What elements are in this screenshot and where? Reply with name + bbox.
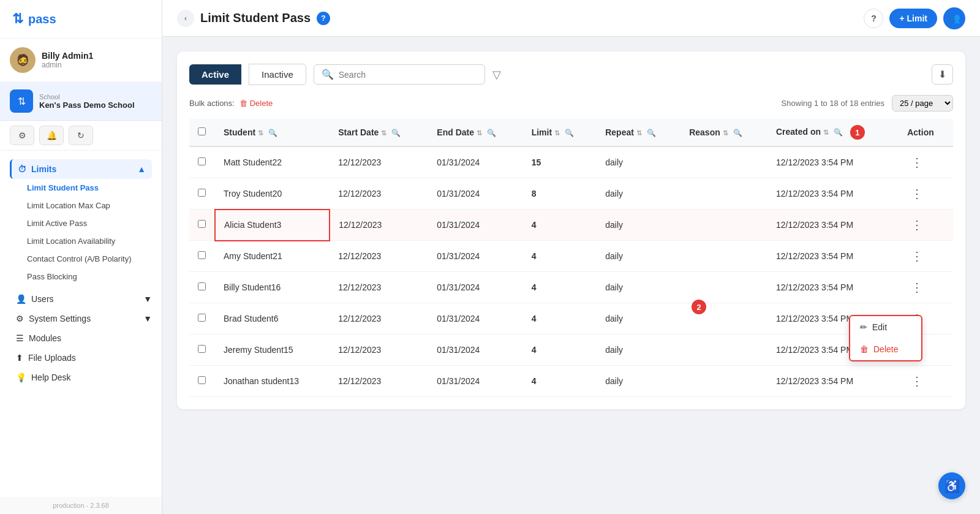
- filter-button[interactable]: ▽: [492, 68, 501, 81]
- topbar: ‹ Limit Student Pass ? ? + Limit 👥: [162, 0, 980, 37]
- sidebar-item-users[interactable]: 👤 Users ▼: [0, 289, 162, 309]
- reason-sort-icon[interactable]: ⇅: [723, 129, 728, 137]
- action-button-1[interactable]: ⋮: [907, 185, 927, 202]
- student-cell-7: Jonathan student13: [215, 366, 330, 397]
- accessibility-button[interactable]: ♿: [938, 472, 965, 499]
- reason-search-icon[interactable]: 🔍: [733, 129, 742, 137]
- limits-header[interactable]: ⏱ Limits ▲: [10, 159, 152, 179]
- system-settings-label: System Settings: [29, 314, 91, 323]
- end-date-sort-icon[interactable]: ⇅: [477, 129, 482, 137]
- sidebar-item-limit-location-max-cap[interactable]: Limit Location Max Cap: [10, 197, 152, 214]
- limit-cell-4: 4: [523, 272, 597, 303]
- system-settings-icon: ⚙: [16, 314, 24, 323]
- limit-sort-icon[interactable]: ⇅: [554, 129, 560, 137]
- limits-label: Limits: [31, 164, 56, 174]
- sidebar-item-limit-active-pass[interactable]: Limit Active Pass: [10, 214, 152, 232]
- row-checkbox-0[interactable]: [198, 157, 206, 165]
- table-row: Alicia Student3 12/12/2023 01/31/2024 4 …: [189, 210, 953, 241]
- sidebar-item-pass-blocking[interactable]: Pass Blocking: [10, 268, 152, 285]
- sidebar-item-help-desk[interactable]: 💡 Help Desk: [0, 368, 162, 387]
- select-all-checkbox[interactable]: [198, 127, 206, 135]
- trash-icon: 🗑: [860, 344, 869, 354]
- action-button-3[interactable]: ⋮: [907, 248, 927, 265]
- sidebar-item-modules[interactable]: ☰ Modules: [0, 328, 162, 348]
- title-help-icon[interactable]: ?: [317, 12, 330, 25]
- student-search-icon[interactable]: 🔍: [268, 129, 277, 137]
- col-end-date: End Date ⇅ 🔍: [428, 119, 522, 146]
- modules-label: Modules: [29, 333, 61, 343]
- student-cell-1: Troy Student20: [215, 178, 330, 210]
- search-box: 🔍: [314, 64, 485, 85]
- sidebar-item-limit-student-pass[interactable]: Limit Student Pass: [10, 179, 152, 197]
- action-cell-0: ⋮: [899, 146, 953, 178]
- end-date-cell-1: 01/31/2024: [428, 178, 522, 210]
- sidebar-item-file-uploads[interactable]: ⬆ File Uploads: [0, 348, 162, 368]
- row-checkbox-5[interactable]: [198, 314, 206, 322]
- start-date-search-icon[interactable]: 🔍: [391, 129, 401, 137]
- repeat-sort-icon[interactable]: ⇅: [636, 129, 642, 137]
- bulk-delete-button[interactable]: 🗑 Delete: [239, 99, 273, 108]
- end-date-cell-5: 01/31/2024: [428, 303, 522, 334]
- bulk-actions-label: Bulk actions:: [189, 99, 235, 108]
- edit-menu-item[interactable]: ✏ Edit: [850, 316, 921, 338]
- notifications-button[interactable]: 🔔: [39, 126, 64, 145]
- user-info: Billy Admin1 admin: [42, 51, 93, 69]
- avatar: 🧔: [10, 47, 36, 73]
- action-button-0[interactable]: ⋮: [907, 154, 927, 171]
- action-button-4[interactable]: ⋮: [907, 279, 927, 296]
- action-button-7[interactable]: ⋮: [907, 372, 927, 390]
- row-checkbox-4[interactable]: [198, 282, 206, 290]
- col-limit-label: Limit: [532, 127, 552, 137]
- col-limit: Limit ⇅ 🔍: [523, 119, 597, 146]
- sidebar-school[interactable]: ⇅ School Ken's Pass Demo School: [0, 82, 162, 121]
- created-on-sort-icon[interactable]: ⇅: [823, 129, 829, 136]
- student-sort-icon[interactable]: ⇅: [258, 129, 263, 137]
- col-created-on-label: Created on: [776, 127, 821, 137]
- row-checkbox-2[interactable]: [198, 220, 206, 228]
- logo-icon: ⇅: [12, 11, 23, 27]
- annotation-1: 1: [850, 125, 865, 140]
- per-page-select[interactable]: 25 / page 50 / page 100 / page: [892, 95, 953, 111]
- table-row: Billy Student16 12/12/2023 01/31/2024 4 …: [189, 272, 953, 303]
- refresh-button[interactable]: ↻: [69, 126, 93, 145]
- limit-search-icon[interactable]: 🔍: [565, 129, 574, 137]
- add-limit-button[interactable]: + Limit: [889, 9, 937, 28]
- row-checkbox-1[interactable]: [198, 189, 206, 197]
- download-button[interactable]: ⬇: [932, 64, 953, 85]
- search-input[interactable]: [339, 70, 477, 80]
- student-cell-3: Amy Student21: [215, 241, 330, 272]
- delete-menu-item[interactable]: 🗑 Delete: [850, 338, 921, 360]
- sidebar-item-system-settings[interactable]: ⚙ System Settings ▼: [0, 309, 162, 328]
- start-date-cell-5: 12/12/2023: [330, 303, 428, 334]
- end-date-cell-6: 01/31/2024: [428, 334, 522, 366]
- sidebar: ⇅ pass 🧔 Billy Admin1 admin ⇅ School Ken…: [0, 0, 162, 514]
- help-button[interactable]: ?: [864, 9, 883, 28]
- sidebar-item-limit-location-availability[interactable]: Limit Location Availability: [10, 232, 152, 250]
- collapse-sidebar-button[interactable]: ‹: [177, 10, 194, 27]
- action-button-2[interactable]: ⋮: [907, 216, 927, 233]
- school-label: School: [39, 93, 135, 100]
- created-on-search-icon[interactable]: 🔍: [834, 128, 843, 137]
- reason-cell-3: [680, 241, 767, 272]
- people-button[interactable]: 👥: [943, 7, 965, 29]
- end-date-search-icon[interactable]: 🔍: [487, 129, 496, 137]
- tab-active[interactable]: Active: [189, 64, 241, 85]
- repeat-cell-2: daily: [597, 210, 680, 241]
- table-row: Brad Student6 12/12/2023 01/31/2024 4 da…: [189, 303, 953, 334]
- row-checkbox-3[interactable]: [198, 251, 206, 259]
- settings-button[interactable]: ⚙: [10, 126, 34, 145]
- start-date-sort-icon[interactable]: ⇅: [381, 129, 386, 137]
- limit-cell-0: 15: [523, 146, 597, 178]
- end-date-cell-3: 01/31/2024: [428, 241, 522, 272]
- reason-cell-0: [680, 146, 767, 178]
- row-checkbox-6[interactable]: [198, 345, 206, 353]
- col-student-label: Student: [224, 127, 255, 137]
- file-uploads-icon: ⬆: [16, 353, 23, 363]
- row-checkbox-7[interactable]: [198, 376, 206, 384]
- repeat-search-icon[interactable]: 🔍: [647, 129, 656, 137]
- sidebar-item-contact-control[interactable]: Contact Control (A/B Polarity): [10, 250, 152, 268]
- start-date-cell-1: 12/12/2023: [330, 178, 428, 210]
- table-row: Troy Student20 12/12/2023 01/31/2024 8 d…: [189, 178, 953, 210]
- start-date-cell-7: 12/12/2023: [330, 366, 428, 397]
- tab-inactive[interactable]: Inactive: [249, 64, 306, 85]
